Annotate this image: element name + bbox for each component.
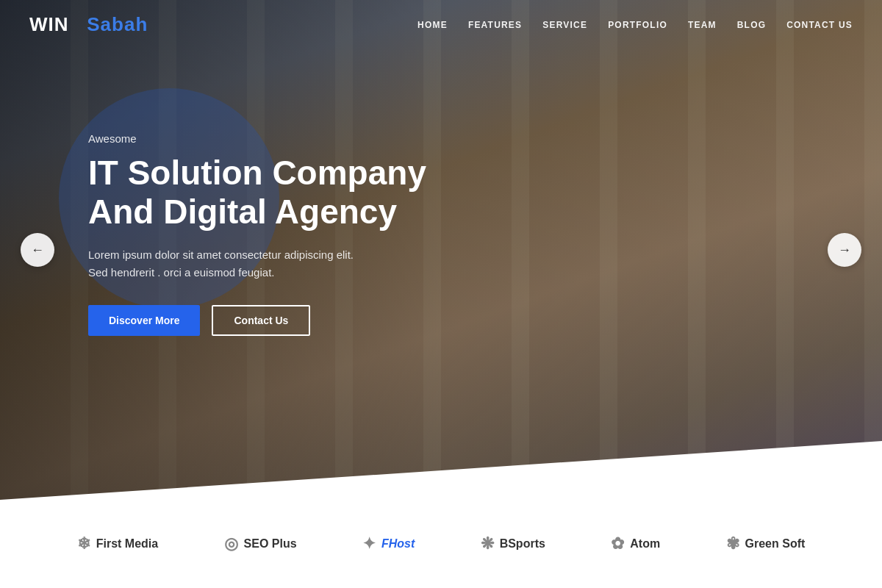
contact-us-button[interactable]: Contact Us: [212, 305, 310, 336]
brand-icon: ◎: [224, 534, 238, 553]
brand-item: ✦FHost: [362, 534, 415, 553]
brand-name: FHost: [381, 537, 415, 551]
brand-item: ✿Atom: [611, 534, 660, 553]
svg-marker-0: [0, 441, 882, 500]
hero-diagonal: [0, 412, 882, 500]
brand-item: ❄First Media: [77, 534, 158, 553]
brand-icon: ✿: [611, 534, 624, 553]
hero-subtitle: Awesome: [88, 132, 500, 145]
nav-item-portfolio[interactable]: PORTFOLIO: [608, 20, 667, 30]
hero-next-button[interactable]: →: [828, 233, 861, 267]
hero-description: Lorem ipsum dolor sit amet consectetur a…: [88, 246, 382, 282]
site-header: WIN Sabah HOMEFEATURESSERVICEPORTFOLIOTE…: [0, 0, 882, 49]
hero-section: WIN Sabah HOMEFEATURESSERVICEPORTFOLIOTE…: [0, 0, 882, 500]
brand-item: ✾Green Soft: [726, 534, 806, 553]
hero-buttons: Discover More Contact Us: [88, 305, 500, 336]
brand-icon: ❄: [77, 534, 90, 553]
hero-prev-button[interactable]: ←: [21, 233, 54, 267]
site-logo: WIN Sabah: [29, 13, 148, 36]
brand-item: ❋BSports: [481, 534, 545, 553]
brand-icon: ✦: [362, 534, 376, 553]
brand-item: ◎SEO Plus: [224, 534, 297, 553]
nav-item-features[interactable]: FEATURES: [468, 20, 522, 30]
hero-title: IT Solution Company And Digital Agency: [88, 154, 500, 232]
brand-name: BSports: [500, 537, 545, 551]
discover-more-button[interactable]: Discover More: [88, 305, 200, 336]
brand-icon: ❋: [481, 534, 494, 553]
brands-section: ❄First Media◎SEO Plus✦FHost❋BSports✿Atom…: [0, 500, 882, 588]
brand-name: Green Soft: [745, 537, 806, 551]
nav-item-team[interactable]: TEAM: [688, 20, 717, 30]
brand-name: First Media: [96, 537, 158, 551]
logo-win: WIN: [29, 13, 69, 35]
logo-sabah: Sabah: [87, 13, 148, 35]
nav-item-contact-us[interactable]: CONTACT US: [786, 20, 853, 30]
brand-name: Atom: [630, 537, 660, 551]
brand-name: SEO Plus: [244, 537, 297, 551]
brand-icon: ✾: [726, 534, 739, 553]
nav-item-home[interactable]: HOME: [417, 20, 448, 30]
main-nav: HOMEFEATURESSERVICEPORTFOLIOTEAMBLOGCONT…: [417, 20, 853, 30]
nav-item-service[interactable]: SERVICE: [542, 20, 587, 30]
hero-content: Awesome IT Solution Company And Digital …: [88, 132, 500, 336]
nav-item-blog[interactable]: BLOG: [737, 20, 766, 30]
